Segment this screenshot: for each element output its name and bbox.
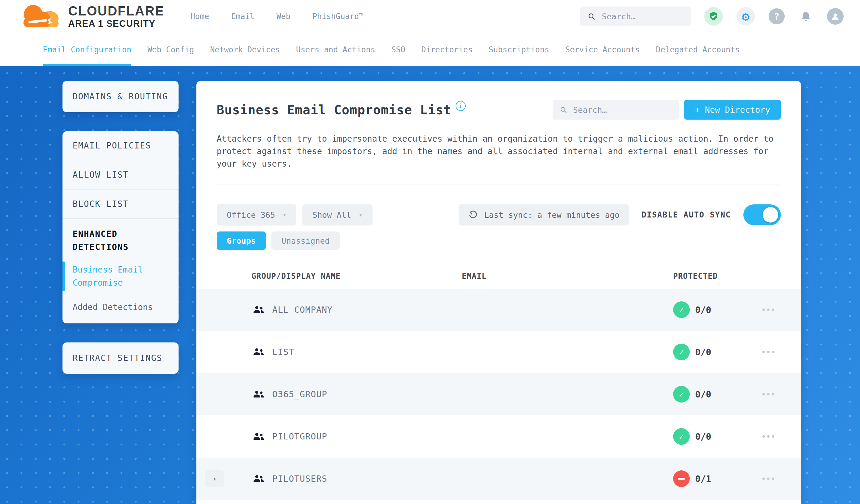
row-actions-button[interactable]	[762, 303, 801, 317]
gear-icon: ⚙	[742, 9, 750, 24]
new-directory-button[interactable]: + New Directory	[684, 100, 781, 120]
subnav-item-subscriptions[interactable]: Subscriptions	[489, 33, 549, 66]
main-panel: Business Email Compromise List i + New D…	[197, 81, 801, 504]
settings-button[interactable]: ⚙	[736, 7, 755, 26]
notifications-button[interactable]	[799, 7, 813, 26]
group-name: LIST	[272, 347, 462, 357]
sidebar-item-enhanced-detections[interactable]: ENHANCED DETECTIONS	[73, 228, 169, 254]
top-bar: CLOUDFLARE AREA 1 SECURITY HomeEmailWebP…	[0, 0, 860, 33]
show-filter-dropdown[interactable]: Show All ▾	[302, 204, 373, 226]
protected-count: 0/1	[695, 474, 711, 484]
protected-count: 0/0	[695, 389, 711, 400]
column-header-group-name: GROUP/DISPLAY NAME	[252, 272, 462, 280]
sidebar-card-retract[interactable]: RETRACT SETTINGS	[62, 343, 178, 374]
group-name: ALL COMPANY	[272, 305, 462, 315]
sidebar-card-domains[interactable]: DOMAINS & ROUTING	[62, 81, 178, 112]
topnav-item-phishguard-[interactable]: PhishGuard™	[313, 12, 364, 21]
column-header-email: EMAIL	[462, 272, 673, 280]
global-search[interactable]	[580, 6, 691, 26]
subnav-item-network-devices[interactable]: Network Devices	[210, 33, 280, 66]
sidebar-item-email-policies[interactable]: EMAIL POLICIES	[62, 131, 178, 160]
subnav-item-sso[interactable]: SSO	[391, 33, 405, 66]
sidebar-item-business-email-compromise[interactable]: Business Email Compromise	[62, 261, 178, 291]
top-right-controls: ⚙ ?	[580, 6, 844, 26]
subnav-item-service-accounts[interactable]: Service Accounts	[565, 33, 640, 66]
account-icon	[830, 11, 840, 21]
subnav-item-web-config[interactable]: Web Config	[147, 33, 194, 66]
subnav-item-directories[interactable]: Directories	[421, 33, 473, 66]
protected-status-icon: ✓	[673, 344, 690, 360]
account-button[interactable]	[827, 8, 844, 25]
chevron-down-icon: ▾	[359, 212, 362, 218]
sidebar-group-enhanced-detections: ENHANCED DETECTIONS Business Email Compr…	[62, 219, 178, 323]
table-row[interactable]: › PILOTGROUP ✓ 0/0	[197, 415, 801, 458]
controls-row: Office 365 ▾ Show All ▾ Last sync: a few…	[217, 204, 781, 226]
protected-cell: ✓ 0/0	[673, 428, 762, 445]
refresh-icon	[468, 210, 478, 220]
last-sync-label: Last sync: a few minutes ago	[484, 210, 619, 219]
last-sync-button[interactable]: Last sync: a few minutes ago	[459, 204, 629, 226]
subnav-item-users-and-actions[interactable]: Users and Actions	[296, 33, 375, 66]
group-icon	[252, 387, 266, 401]
global-search-input[interactable]	[602, 12, 683, 21]
search-icon	[588, 12, 596, 21]
subnav-item-email-configuration[interactable]: Email Configuration	[43, 33, 131, 66]
brand-name: CLOUDFLARE	[68, 4, 164, 18]
protected-cell: ✓ 0/0	[673, 301, 762, 318]
subnav-item-delegated-accounts[interactable]: Delegated Accounts	[656, 33, 740, 66]
expand-row-button[interactable]: ›	[205, 470, 224, 487]
groups-table: GROUP/DISPLAY NAME EMAIL PROTECTED › ALL…	[197, 264, 801, 500]
group-name: PILOTUSERS	[272, 474, 462, 484]
view-tabs: GroupsUnassigned	[217, 231, 781, 250]
bell-icon	[800, 11, 812, 22]
group-name: PILOTGROUP	[272, 431, 462, 442]
protected-cell: ✓ 0/0	[673, 386, 762, 403]
row-actions-button[interactable]	[762, 429, 801, 444]
security-status-button[interactable]	[704, 7, 723, 26]
directory-filter-dropdown[interactable]: Office 365 ▾	[217, 204, 296, 226]
protected-status-icon: ✓	[673, 428, 690, 445]
help-button[interactable]: ?	[769, 8, 785, 24]
cloudflare-logo[interactable]: CLOUDFLARE AREA 1 SECURITY	[16, 2, 164, 31]
group-icon	[252, 345, 266, 359]
help-icon: ?	[774, 11, 779, 22]
list-search-input[interactable]	[573, 105, 672, 115]
sidebar-item-block-list[interactable]: BLOCK LIST	[62, 189, 178, 219]
shield-check-icon	[708, 11, 719, 22]
section-divider	[217, 184, 781, 185]
table-row[interactable]: › O365_GROUP ✓ 0/0	[197, 373, 801, 415]
page-description: Attackers often try to impersonate execu…	[217, 133, 780, 170]
search-icon	[560, 106, 567, 114]
sidebar-item-domains-routing[interactable]: DOMAINS & ROUTING	[73, 92, 168, 101]
row-actions-button[interactable]	[762, 472, 801, 486]
tab-groups[interactable]: Groups	[217, 231, 266, 250]
tab-unassigned[interactable]: Unassigned	[271, 231, 340, 250]
info-icon[interactable]: i	[456, 101, 466, 111]
protected-count: 0/0	[695, 347, 711, 357]
table-row[interactable]: › LIST ✓ 0/0	[197, 331, 801, 373]
table-row[interactable]: › ALL COMPANY ✓ 0/0	[197, 289, 801, 331]
group-name: O365_GROUP	[272, 389, 462, 399]
sidebar-item-allow-list[interactable]: ALLOW LIST	[62, 160, 178, 189]
protected-cell: ✓ 0/0	[673, 344, 762, 360]
row-actions-button[interactable]	[762, 387, 801, 401]
page-title: Business Email Compromise List	[217, 103, 452, 117]
list-search[interactable]	[553, 100, 679, 120]
table-body: › ALL COMPANY ✓ 0/0 › LIST ✓ 0/0 ›	[197, 289, 801, 500]
protected-count: 0/0	[695, 431, 711, 442]
topnav-item-home[interactable]: Home	[190, 12, 209, 21]
topnav-item-email[interactable]: Email	[231, 12, 255, 21]
protected-status-icon	[673, 470, 690, 487]
sidebar: DOMAINS & ROUTING EMAIL POLICIES ALLOW L…	[62, 81, 178, 374]
auto-sync-toggle[interactable]	[743, 204, 781, 225]
cloudflare-cloud-icon	[16, 2, 64, 31]
protected-status-icon: ✓	[673, 301, 690, 318]
sidebar-item-retract-settings[interactable]: RETRACT SETTINGS	[73, 353, 162, 363]
topnav-item-web[interactable]: Web	[276, 12, 290, 21]
column-header-protected: PROTECTED	[673, 272, 762, 280]
protected-status-icon: ✓	[673, 386, 690, 403]
chevron-down-icon: ▾	[283, 212, 286, 218]
sidebar-item-added-detections[interactable]: Added Detections	[62, 299, 178, 316]
table-row[interactable]: › PILOTUSERS 0/1	[197, 458, 801, 500]
row-actions-button[interactable]	[762, 345, 801, 359]
